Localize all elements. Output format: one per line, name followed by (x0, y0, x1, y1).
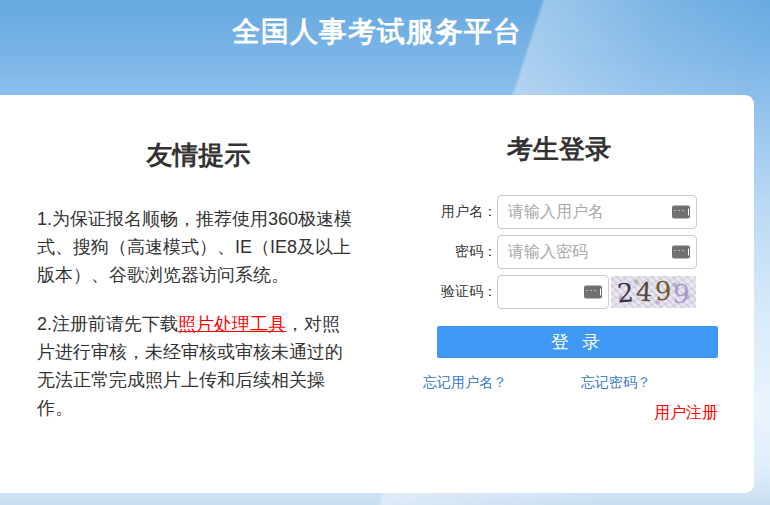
username-row: 用户名： ··· (423, 195, 718, 229)
captcha-row: 验证码： ··· 2 4 9 9 (423, 275, 718, 309)
ime-keyboard-icon: ··· (584, 286, 602, 299)
tips-paragraph-1: 1.为保证报名顺畅，推荐使用360极速模 式、搜狗（高速模式）、IE（IE8及以… (37, 205, 360, 289)
password-input[interactable] (497, 235, 697, 269)
tips-paragraph-2-line: 无法正常完成照片上传和后续相关操 (37, 366, 360, 394)
ime-keyboard-icon: ··· (672, 246, 690, 259)
captcha-digit: 2 (617, 279, 635, 306)
tips-paragraph-1-line: 版本）、谷歌浏览器访问系统。 (37, 261, 360, 289)
tips-paragraph-2-line: 作。 (37, 394, 360, 422)
captcha-image[interactable]: 2 4 9 9 (611, 276, 696, 308)
tips-paragraph-2-text: ，对照 (286, 314, 340, 334)
login-form: 用户名： ··· 密码： ··· (423, 195, 718, 424)
tips-paragraph-1-line: 1.为保证报名顺畅，推荐使用360极速模 (37, 205, 360, 233)
tips-paragraph-2-line: 片进行审核，未经审核或审核未通过的 (37, 338, 360, 366)
captcha-digit: 4 (635, 279, 653, 306)
username-input[interactable] (497, 195, 697, 229)
forgot-username-link[interactable]: 忘记用户名？ (423, 374, 507, 392)
username-label: 用户名： (423, 203, 497, 221)
captcha-digit: 9 (654, 278, 671, 305)
ime-keyboard-icon: ··· (672, 206, 690, 219)
forgot-password-link[interactable]: 忘记密码？ (581, 374, 651, 392)
page-background: 全国人事考试服务平台 友情提示 1.为保证报名顺畅，推荐使用360极速模 式、搜… (0, 0, 770, 505)
tips-paragraph-1-line: 式、搜狗（高速模式）、IE（IE8及以上 (37, 233, 360, 261)
password-input-wrap: ··· (497, 235, 697, 269)
password-row: 密码： ··· (423, 235, 718, 269)
content-card: 友情提示 1.为保证报名顺畅，推荐使用360极速模 式、搜狗（高速模式）、IE（… (0, 95, 754, 493)
captcha-input-wrap: ··· (497, 275, 609, 309)
username-input-wrap: ··· (497, 195, 697, 229)
captcha-digit: 9 (672, 280, 691, 308)
photo-tool-link[interactable]: 照片处理工具 (178, 314, 286, 334)
tips-panel: 友情提示 1.为保证报名顺畅，推荐使用360极速模 式、搜狗（高速模式）、IE（… (37, 95, 360, 422)
register-row: 用户注册 (423, 403, 718, 424)
tips-paragraph-2-text: 2.注册前请先下载 (37, 314, 178, 334)
forgot-links-row: 忘记用户名？ 忘记密码？ (423, 374, 718, 392)
tips-paragraph-2-line: 2.注册前请先下载照片处理工具，对照 (37, 310, 360, 338)
captcha-label: 验证码： (423, 283, 497, 301)
tips-paragraph-2: 2.注册前请先下载照片处理工具，对照 片进行审核，未经审核或审核未通过的 无法正… (37, 310, 360, 422)
register-link[interactable]: 用户注册 (654, 404, 718, 421)
tips-title: 友情提示 (37, 138, 360, 173)
login-panel: 考生登录 用户名： ··· 密码： (423, 95, 718, 424)
password-label: 密码： (423, 243, 497, 261)
login-title: 考生登录 (507, 132, 718, 167)
page-title: 全国人事考试服务平台 (0, 13, 754, 51)
login-button[interactable]: 登 录 (437, 326, 718, 358)
